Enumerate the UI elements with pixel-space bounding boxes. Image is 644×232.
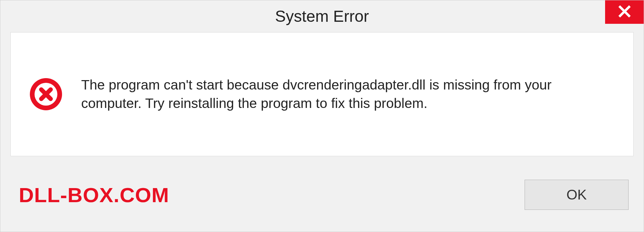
error-dialog: System Error The program can't start bec… (0, 0, 644, 232)
error-message: The program can't start because dvcrende… (81, 76, 578, 113)
close-icon (618, 5, 631, 19)
message-panel: The program can't start because dvcrende… (10, 32, 634, 156)
close-button[interactable] (605, 0, 644, 24)
dialog-title: System Error (275, 7, 369, 25)
footer: DLL-BOX.COM OK (0, 158, 644, 232)
ok-button[interactable]: OK (525, 180, 629, 210)
titlebar: System Error (0, 0, 644, 32)
error-icon (29, 77, 63, 111)
brand-watermark: DLL-BOX.COM (19, 183, 169, 207)
